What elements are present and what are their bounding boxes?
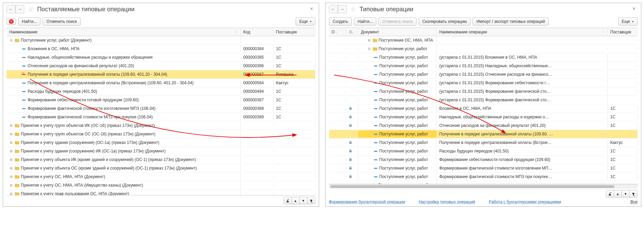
scroll-top-button[interactable]: ▲̅	[606, 190, 614, 197]
import-export-button[interactable]: Импорт / экспорт типовых операций	[473, 17, 549, 26]
table-row[interactable]: Вложения в ОС, НМА, НПА0000003841С	[6, 45, 315, 53]
expand-icon[interactable]: ⊞	[9, 175, 13, 178]
table-row[interactable]: Поступление услуг, работ(устарела с 01.0…	[329, 79, 638, 87]
nav-forward-button[interactable]: →	[338, 5, 347, 13]
col-code[interactable]: Код	[241, 29, 273, 35]
create-button[interactable]: Создать	[329, 17, 352, 26]
more-button[interactable]: Еще	[618, 17, 638, 26]
scroll-down-button[interactable]: ▼	[299, 197, 308, 204]
table-row[interactable]: ⊞Принятие к учету групп объектов ОС (ОС-…	[6, 130, 315, 138]
table-row[interactable]: Поступление услуг, работ(устарела с 01.0…	[329, 62, 638, 70]
copy-operation-button[interactable]: Скопировать операцию	[419, 17, 471, 26]
table-row[interactable]: Поступление услуг, работНакладные, общех…	[329, 113, 638, 121]
table-row[interactable]: ⊞Принятие к учету здания (сооружения) ИК…	[6, 147, 315, 156]
expand-icon[interactable]: ⊞	[9, 166, 13, 170]
table-row[interactable]: ⊟Поступление услуг, работ (Документ)	[6, 36, 315, 45]
table-row[interactable]: Расходы будущих периодов (401.50)0000004…	[6, 87, 315, 96]
expand-icon[interactable]: ⊞	[367, 39, 371, 42]
table-row[interactable]: Поступление услуг, работРасходы будущих …	[329, 147, 638, 156]
col-sort[interactable]: О	[329, 29, 346, 35]
expand-icon[interactable]: ⊞	[9, 149, 13, 153]
table-row[interactable]: ⊞Принятие к учету прав пользования ОС, Н…	[6, 190, 315, 195]
clear-button[interactable]: ×	[6, 18, 16, 25]
horizontal-scrollbar[interactable]	[329, 184, 638, 189]
table-row[interactable]: Поступление услуг, работ(устарела с 01.0…	[329, 53, 638, 62]
row-code	[241, 176, 273, 178]
expand-icon[interactable]: ⊞	[9, 192, 13, 195]
table-row[interactable]: ⊞Принятие к учету групп объект…	[329, 181, 638, 184]
scroll-bottom-button[interactable]: ▼̲	[307, 197, 315, 204]
col-name[interactable]: Наименование↓	[6, 29, 241, 35]
col-operation[interactable]: Наименование операции↓	[437, 29, 608, 35]
expand-icon[interactable]: ⊞	[9, 141, 13, 144]
table-row[interactable]: ⊞Принятие к учету здания (сооружения) (О…	[6, 138, 315, 147]
find-button[interactable]: Найти...	[18, 17, 41, 26]
nav-back-button[interactable]: ←	[329, 5, 338, 13]
table-row[interactable]: Накладные, общехозяйственные расходы и и…	[6, 53, 315, 62]
row-supplier: 1С	[608, 122, 638, 129]
row-code	[241, 39, 273, 41]
table-row[interactable]: ⊞Принятие к учету групп объектов ИК (ОС-…	[6, 121, 315, 130]
more-button[interactable]: Еще	[296, 17, 315, 26]
close-icon[interactable]: ×	[630, 5, 638, 13]
find-button[interactable]: Найти...	[354, 17, 376, 26]
table-row[interactable]: ⊞Принятие к учету объекта ИК (кроме здан…	[6, 156, 315, 164]
all-label[interactable]: Все	[630, 200, 638, 204]
table-row[interactable]: Поступление услуг, работ(устарела с 01.0…	[329, 87, 638, 96]
col-supplier[interactable]: Поставщик	[608, 29, 638, 35]
table-row[interactable]: ⊞Принятие к учету объекта ОС (кроме здан…	[6, 164, 315, 173]
table-row[interactable]: Поступление услуг, работФормирование фак…	[329, 173, 638, 181]
table-row[interactable]: Поступление услуг, работПолучение в поря…	[329, 138, 638, 147]
col-document[interactable]: Документ	[358, 29, 437, 35]
table-row[interactable]: ⊞Принятие к учету ОС, НМА, НПА (Имуществ…	[6, 181, 315, 190]
expand-icon[interactable]: ⊞	[9, 158, 13, 161]
scroll-bottom-button[interactable]: ▼̲	[629, 190, 638, 197]
collapse-icon[interactable]: ⊟	[367, 47, 371, 50]
expand-icon[interactable]: ⊞	[9, 132, 13, 136]
table-row[interactable]: Поступление услуг, работВложения в ОС, Н…	[329, 104, 638, 113]
table-row[interactable]: Поступление услуг, работ(устарела с 01.0…	[329, 70, 638, 79]
collapse-icon[interactable]: ⊟	[9, 39, 13, 42]
folder-icon	[15, 158, 19, 162]
table-row[interactable]: Поступление услуг, работФормирование фак…	[329, 164, 638, 173]
table-row[interactable]: Формирование себестоимости готовой проду…	[6, 96, 315, 104]
expand-icon[interactable]: ⊞	[367, 184, 371, 184]
table-row[interactable]: Поступление услуг, работ(устарела с 01.0…	[329, 96, 638, 104]
row-operation: Формирование себестоимости готовой проду…	[437, 156, 608, 163]
table-row[interactable]: Получение в порядке централизованной опл…	[6, 79, 315, 87]
scroll-up-button[interactable]: ▲	[291, 197, 300, 204]
table-row[interactable]: ⊟Поступление услуг, работ	[329, 45, 638, 53]
table-row[interactable]: ⊞Поступление ОС, НМА, НПА	[329, 36, 638, 45]
row-operation: (устарела с 01.01.2015) Отнесение расход…	[437, 71, 608, 78]
nav-back-button[interactable]: ←	[6, 5, 15, 13]
table-row[interactable]: Формирование фактической стоимости изгот…	[6, 104, 315, 113]
scroll-top-button[interactable]: ▲̅	[284, 197, 292, 204]
nav-forward-button[interactable]: →	[15, 5, 24, 13]
cancel-search-button[interactable]: Отменить поиск	[43, 17, 80, 26]
lock-cell	[346, 65, 358, 67]
link-setup-operations[interactable]: Настройка типовых операций	[419, 200, 475, 204]
table-row[interactable]: Поступление услуг, работФормирование себ…	[329, 156, 638, 164]
table-row[interactable]: Получение в порядке централизованной опл…	[6, 70, 315, 79]
row-supplier	[273, 176, 315, 178]
expand-icon[interactable]: ⊞	[9, 124, 13, 127]
lock-cell	[346, 56, 358, 58]
col-lock[interactable]: ↓	[346, 29, 358, 35]
table-row[interactable]: Отнесение расходов на финансовый результ…	[6, 62, 315, 70]
lock-cell	[346, 133, 358, 135]
close-icon[interactable]: ×	[308, 5, 315, 13]
star-icon[interactable]: ☆	[349, 5, 357, 13]
star-icon[interactable]: ☆	[27, 5, 34, 13]
link-form-operation[interactable]: Формирование бухгалтерской операции	[329, 200, 405, 204]
link-work-operations[interactable]: Работа с бухгалтерскими операциями	[489, 200, 561, 204]
table-row[interactable]: Поступление услуг, работОтнесение расход…	[329, 121, 638, 130]
expand-icon[interactable]: ⊞	[9, 184, 13, 187]
scroll-down-button[interactable]: ▼	[621, 190, 630, 197]
table-row[interactable]: ⊞Принятие к учету ОС, НМА, НПА (Документ…	[6, 173, 315, 181]
table-row[interactable]: Формирование фактической стоимости МПЗ п…	[6, 113, 315, 121]
scroll-up-button[interactable]: ▲	[614, 190, 622, 197]
col-supplier[interactable]: Поставщик	[273, 29, 315, 35]
row-supplier: 1С	[273, 62, 315, 69]
table-row[interactable]: Поступление услуг, работПолучение в поря…	[329, 130, 638, 138]
item-icon	[21, 106, 26, 111]
